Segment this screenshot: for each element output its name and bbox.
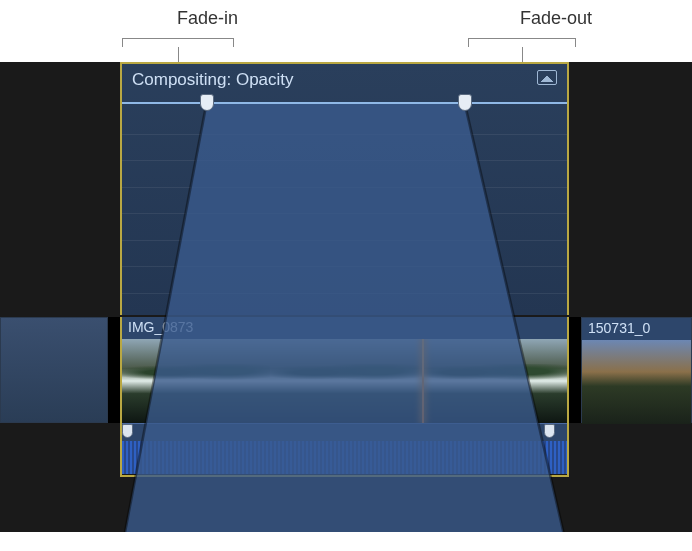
fade-in-label: Fade-in	[177, 8, 238, 29]
animation-parameter-title: Compositing: Opacity	[132, 70, 294, 90]
svg-marker-0	[122, 103, 567, 532]
opacity-control-line[interactable]	[122, 102, 567, 104]
video-animation-panel[interactable]: Compositing: Opacity	[120, 62, 569, 315]
fade-shape	[122, 103, 567, 532]
fade-out-bracket	[468, 38, 576, 48]
clip-thumbnails	[582, 340, 691, 424]
fade-out-label: Fade-out	[520, 8, 592, 29]
popup-icon[interactable]	[537, 70, 557, 85]
timeline-editor: Compositing: Opacity IMG_0873	[0, 62, 692, 532]
fade-in-handle[interactable]	[200, 94, 214, 111]
clip-title: 150731_0	[582, 318, 691, 340]
fade-out-handle[interactable]	[458, 94, 472, 111]
fade-in-bracket	[122, 38, 234, 48]
clip-previous[interactable]	[0, 317, 108, 423]
callout-row: Fade-in Fade-out	[0, 0, 692, 62]
clip-next[interactable]: 150731_0	[581, 317, 692, 423]
